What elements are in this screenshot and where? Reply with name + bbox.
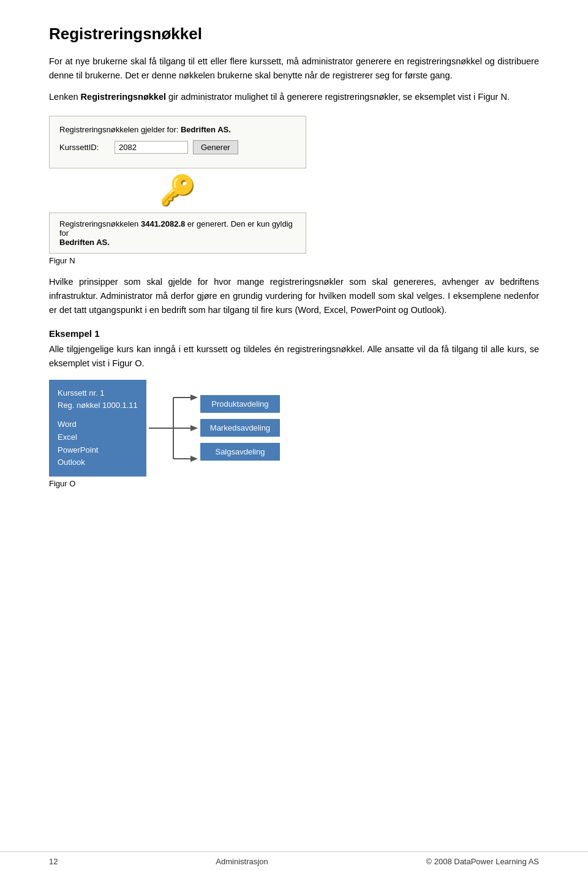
svg-marker-9 <box>190 456 198 462</box>
svg-marker-5 <box>190 394 198 401</box>
eksempel-1-text: Alle tilgjengelige kurs kan inngå i ett … <box>49 342 539 371</box>
figure-n-caption: Figur N <box>49 256 539 265</box>
generer-button[interactable]: Generer <box>193 140 238 154</box>
footer-center: Administrasjon <box>216 857 268 866</box>
figure-o-diagram: Kurssett nr. 1 Reg. nøkkel 1000.1.11 Wor… <box>49 380 539 477</box>
right-box-salgsavdeling: Salgsavdeling <box>200 443 280 461</box>
figure-n-kurssett-row: KurssettID: Generer <box>59 140 296 154</box>
kurssett-input[interactable] <box>115 141 188 154</box>
key-icon: 🔑 <box>49 173 306 208</box>
left-box-line1: Kurssett nr. 1 <box>58 387 138 400</box>
footer-page-number: 12 <box>49 857 58 866</box>
diagram-left-box: Kurssett nr. 1 Reg. nøkkel 1000.1.11 Wor… <box>49 380 146 477</box>
page-title: Registreringsnøkkel <box>49 25 539 43</box>
paragraph-3: Hvilke prinsipper som skal gjelde for hv… <box>49 275 539 318</box>
paragraph-1: For at nye brukerne skal få tilgang til … <box>49 55 539 83</box>
figure-n-title: Registreringsnøkkelen gjelder for: Bedri… <box>59 125 296 134</box>
diagram-arrows-svg <box>149 382 198 474</box>
left-box-line2: Reg. nøkkel 1000.1.11 <box>58 399 138 412</box>
footer-right: © 2008 DataPower Learning AS <box>426 857 539 866</box>
diagram-right-boxes: Produktavdeling Markedsavdeling Salgsavd… <box>200 395 280 461</box>
kurssett-label: KurssettID: <box>59 143 115 152</box>
left-box-powerpoint: PowerPoint <box>58 444 138 457</box>
right-box-markedsavdeling: Markedsavdeling <box>200 419 280 437</box>
footer: 12 Administrasjon © 2008 DataPower Learn… <box>0 851 588 871</box>
figure-n-result-box: Registreringsnøkkelen 3441.2082.8 er gen… <box>49 213 306 254</box>
paragraph-2: Lenken Registreringsnøkkel gir administr… <box>49 90 539 104</box>
left-box-word: Word <box>58 418 138 431</box>
eksempel-1-title: Eksempel 1 <box>49 328 539 339</box>
figure-o-caption: Figur O <box>49 479 539 488</box>
right-box-produktavdeling: Produktavdeling <box>200 395 280 413</box>
left-box-outlook: Outlook <box>58 456 138 469</box>
page: Registreringsnøkkel For at nye brukerne … <box>0 0 588 871</box>
left-box-excel: Excel <box>58 431 138 444</box>
figure-n-box: Registreringsnøkkelen gjelder for: Bedri… <box>49 116 306 168</box>
svg-marker-7 <box>190 425 198 431</box>
bold-link: Registreringsnøkkel <box>81 92 166 102</box>
